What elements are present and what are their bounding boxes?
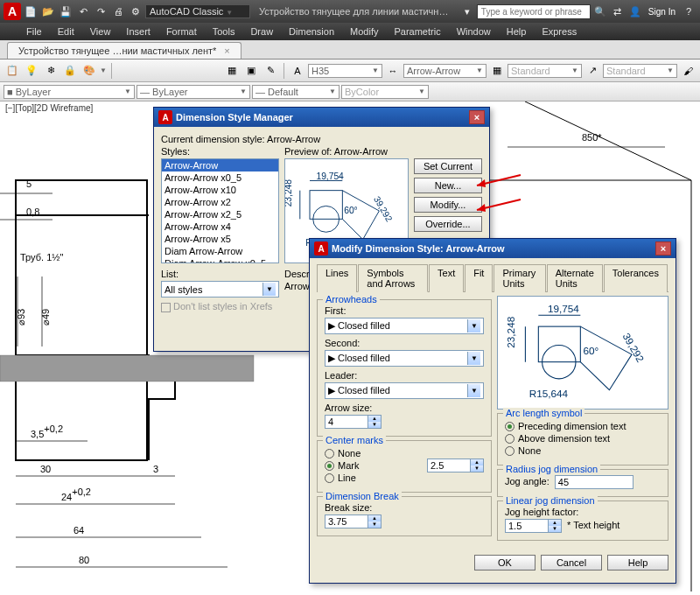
style-item[interactable]: Arrow-Arrow x4	[162, 220, 278, 233]
jogangle-input[interactable]	[555, 475, 634, 489]
tab-alternate-units[interactable]: Alternate Units	[547, 264, 603, 292]
style-item[interactable]: Arrow-Arrow x10	[162, 184, 278, 196]
tab-text[interactable]: Text	[429, 264, 464, 292]
layer-lock-icon[interactable]: 🔒	[61, 62, 79, 80]
leader-arrow-combo[interactable]: ▶ Closed filled▼	[325, 382, 484, 399]
first-arrow-combo[interactable]: ▶ Closed filled▼	[325, 318, 484, 334]
dimstyle-combo[interactable]: Arrow-Arrow▼	[403, 64, 486, 78]
arrowsize-spinner[interactable]: ▲▼	[325, 415, 484, 429]
print-icon[interactable]: 🖨	[110, 4, 126, 19]
arc-above-radio[interactable]: Above dimension text	[505, 433, 661, 444]
block-insert-icon[interactable]: ▦	[223, 62, 241, 80]
spin-down-icon[interactable]: ▼	[549, 526, 561, 532]
center-line-radio[interactable]: Line	[325, 472, 360, 483]
joghf-spinner[interactable]: ▲▼	[505, 519, 562, 533]
help-icon[interactable]: ?	[681, 4, 696, 19]
textstyle-combo[interactable]: H35▼	[308, 64, 382, 78]
style-item[interactable]: Arrow-Arrow x2	[162, 196, 278, 208]
spin-up-icon[interactable]: ▲	[368, 515, 381, 522]
tab-fit[interactable]: Fit	[465, 264, 493, 292]
mds-titlebar[interactable]: AModify Dimension Style: Arrow-Arrow ×	[310, 239, 676, 258]
menu-edit[interactable]: Edit	[58, 26, 74, 37]
signin-link[interactable]: Sign In	[648, 7, 676, 17]
lineweight-combo[interactable]: — Default▼	[252, 85, 340, 99]
new-icon[interactable]: 📄	[23, 4, 38, 19]
new-button[interactable]: New...	[414, 178, 482, 193]
center-mark-radio[interactable]: Mark	[325, 460, 360, 471]
menu-help[interactable]: Help	[507, 26, 527, 37]
style-item[interactable]: Diam Arrow-Arrow x0_5	[162, 257, 278, 263]
block-create-icon[interactable]: ▣	[242, 62, 260, 80]
menu-tools[interactable]: Tools	[213, 26, 235, 37]
modify-button[interactable]: Modify...	[414, 197, 482, 213]
arc-preceding-radio[interactable]: Preceding dimension text	[505, 421, 661, 431]
menu-draw[interactable]: Draw	[250, 26, 273, 37]
menu-modify[interactable]: Modify	[350, 26, 378, 37]
layer-color-icon[interactable]: 🎨	[80, 62, 98, 80]
style-item[interactable]: Arrow-Arrow x0_5	[162, 172, 278, 184]
arrowsize-input[interactable]	[325, 415, 368, 429]
center-size-spinner[interactable]: ▲▼	[427, 458, 484, 472]
spin-up-icon[interactable]: ▲	[368, 416, 381, 422]
ok-button[interactable]: OK	[474, 555, 536, 570]
chevron-down-icon[interactable]: ▾	[459, 4, 475, 19]
close-tab-icon[interactable]: ×	[224, 46, 229, 56]
menu-file[interactable]: File	[26, 26, 42, 37]
mleaderstyle-combo[interactable]: Standard▼	[603, 64, 677, 78]
document-tab[interactable]: Устройство тянущее …нии мастичных лент* …	[7, 42, 242, 59]
dsm-close-button[interactable]: ×	[469, 110, 485, 124]
menu-parametric[interactable]: Parametric	[394, 26, 440, 37]
style-item[interactable]: Diam Arrow-Arrow	[162, 245, 278, 257]
mleader-style-icon[interactable]: ↗	[584, 62, 601, 80]
second-arrow-combo[interactable]: ▶ Closed filled▼	[325, 350, 484, 367]
layer-states-icon[interactable]: 📋	[4, 62, 21, 80]
save-icon[interactable]: 💾	[58, 4, 74, 19]
menu-dimension[interactable]: Dimension	[289, 26, 334, 37]
open-icon[interactable]: 📂	[40, 4, 56, 19]
toolbar-chevron-icon[interactable]: ▼	[100, 66, 107, 74]
binoculars-icon[interactable]: 🔍	[592, 4, 608, 19]
tab-primary-units[interactable]: Primary Units	[494, 264, 545, 292]
redo-icon[interactable]: ↷	[93, 4, 108, 19]
tab-symbols-arrows[interactable]: Symbols and Arrows	[358, 264, 428, 292]
plotcolor-combo[interactable]: ByColor▼	[341, 85, 429, 99]
table-style-icon[interactable]: ▦	[488, 62, 506, 80]
breaksize-spinner[interactable]: ▲▼	[325, 514, 484, 528]
override-button[interactable]: Override...	[414, 216, 482, 232]
arc-none-radio[interactable]: None	[505, 445, 661, 456]
spin-down-icon[interactable]: ▼	[368, 422, 381, 428]
joghf-input[interactable]	[505, 519, 549, 533]
linetype-combo[interactable]: — ByLayer▼	[136, 85, 250, 99]
set-current-button[interactable]: Set Current	[414, 158, 482, 174]
help-button[interactable]: Help	[607, 555, 668, 570]
dsm-titlebar[interactable]: ADimension Style Manager ×	[154, 108, 489, 127]
layer-combo[interactable]: ■ ByLayer▼	[4, 85, 135, 99]
breaksize-input[interactable]	[325, 514, 368, 528]
undo-icon[interactable]: ↶	[75, 4, 91, 19]
mds-close-button[interactable]: ×	[655, 242, 671, 256]
workspace-combo[interactable]: AutoCAD Classic ▼	[145, 4, 250, 18]
tab-lines[interactable]: Lines	[317, 264, 357, 292]
user-icon[interactable]: 👤	[627, 4, 643, 19]
style-item[interactable]: Arrow-Arrow x5	[162, 233, 278, 245]
dsm-styles-listbox[interactable]: Arrow-Arrow Arrow-Arrow x0_5 Arrow-Arrow…	[161, 158, 279, 263]
tablestyle-combo[interactable]: Standard▼	[508, 64, 582, 78]
spin-down-icon[interactable]: ▼	[471, 466, 483, 472]
spin-down-icon[interactable]: ▼	[368, 522, 381, 528]
text-style-icon[interactable]: A	[289, 62, 306, 80]
style-item[interactable]: Arrow-Arrow	[162, 159, 278, 172]
search-input[interactable]	[477, 4, 591, 19]
gear-icon[interactable]: ⚙	[128, 4, 144, 19]
plot-style-icon[interactable]: 🖌	[679, 62, 696, 80]
block-edit-icon[interactable]: ✎	[262, 62, 279, 80]
spin-up-icon[interactable]: ▲	[471, 459, 483, 466]
style-item[interactable]: Arrow-Arrow x2_5	[162, 208, 278, 220]
menu-window[interactable]: Window	[457, 26, 491, 37]
cancel-button[interactable]: Cancel	[541, 555, 602, 570]
tab-tolerances[interactable]: Tolerances	[604, 264, 668, 292]
menu-view[interactable]: View	[90, 26, 111, 37]
layer-freeze-icon[interactable]: ❄	[42, 62, 60, 80]
menu-insert[interactable]: Insert	[126, 26, 150, 37]
exchange-icon[interactable]: ⇄	[610, 4, 626, 19]
center-none-radio[interactable]: None	[325, 448, 360, 458]
